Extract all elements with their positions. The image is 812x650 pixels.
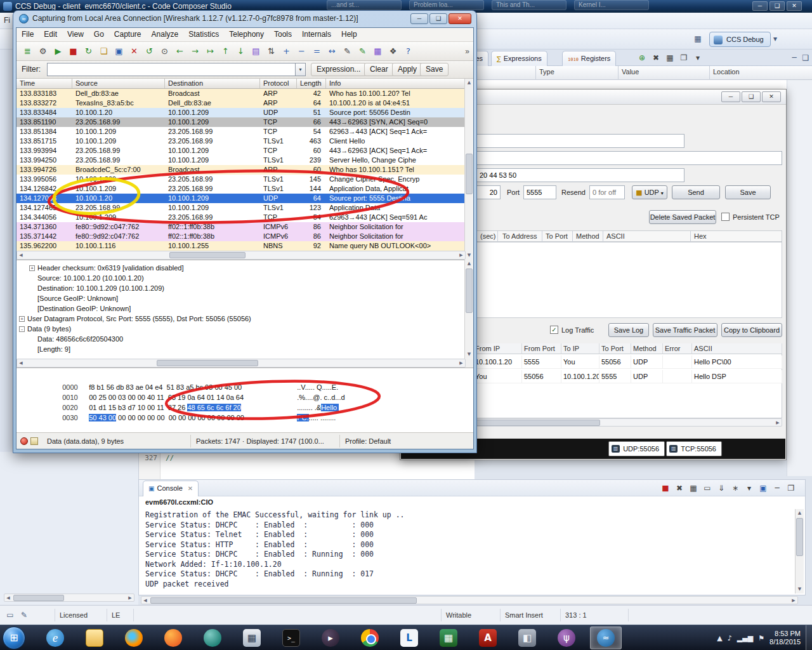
packet-row[interactable]: 133.993994 23.205.168.99 10.100.1.209 TC… <box>16 146 466 156</box>
menu-item[interactable]: Internals <box>297 28 336 41</box>
taskbar-ccs[interactable]: ◧ <box>511 627 543 649</box>
wireshark-titlebar[interactable]: ≈ Capturing from Local Area Connection [… <box>13 11 476 27</box>
packet-row[interactable]: 133.851715 10.100.1.209 23.205.168.99 TL… <box>16 136 466 146</box>
filter-save-button[interactable]: Save <box>420 63 449 76</box>
go-to-packet-icon[interactable]: ↦ <box>203 44 218 58</box>
taskbar-firefox[interactable] <box>118 627 150 649</box>
save-button[interactable]: Save <box>725 185 771 199</box>
menu-item[interactable]: Statistics <box>183 28 224 41</box>
taskbar-adobe[interactable]: A <box>472 627 504 649</box>
taskbar-clock[interactable]: 8:53 PM 8/18/2015 <box>769 630 803 646</box>
console-hscrollbar[interactable]: ◀▶ <box>141 596 798 604</box>
column-sec[interactable]: (sec) <box>480 232 495 240</box>
expert-info-icon[interactable] <box>20 437 28 445</box>
clear-button[interactable]: Clear <box>364 63 394 76</box>
status-icon-1[interactable]: ▭ <box>4 609 16 621</box>
expander-icon[interactable]: - <box>19 326 25 332</box>
console-vscrollbar[interactable]: ▲▼ <box>795 509 804 594</box>
log-column[interactable]: From Port <box>522 343 561 354</box>
remove-expression-icon[interactable]: ✖ <box>650 51 662 64</box>
packet-row[interactable]: 134.344056 10.100.1.209 23.205.168.99 TC… <box>16 213 466 222</box>
column-destination[interactable]: Destination <box>165 79 260 88</box>
maximize-panel-icon[interactable]: ❐ <box>785 482 797 494</box>
ccs-restore-button[interactable]: ❑ <box>769 1 785 11</box>
copy-to-clipboard-button[interactable]: Copy to Clipboard <box>721 323 782 337</box>
taskbar-cmd[interactable]: >_ <box>275 627 307 649</box>
log-column[interactable]: ASCII <box>692 343 782 354</box>
ps-close-button[interactable]: ✕ <box>762 91 781 102</box>
toolbar-overflow-icon[interactable]: » <box>465 47 469 56</box>
ws-close-button[interactable]: ✕ <box>449 13 471 24</box>
column-value[interactable]: Value <box>622 68 639 76</box>
ccs-menu-file-partial[interactable]: Fi <box>4 16 10 25</box>
menu-item[interactable]: View <box>62 28 89 41</box>
packet-row[interactable]: 134.127063 10.100.1.20 10.100.1.209 UDP … <box>16 194 466 203</box>
packet-row[interactable]: 134.371360 fe80::9d92:c047:762 ff02::1:f… <box>16 222 466 232</box>
packet-row[interactable]: 133.833272 TexasIns_83:a5:bc Dell_db:83:… <box>16 98 466 108</box>
ps-port-field[interactable] <box>523 185 556 199</box>
taskbar-wireshark[interactable]: ≈ <box>590 627 622 649</box>
taskbar-app-teal[interactable] <box>197 627 228 649</box>
detail-hscrollbar[interactable]: ◀▶ <box>16 359 466 368</box>
help-icon[interactable]: ? <box>401 44 416 58</box>
clear-console-icon[interactable]: ▭ <box>701 482 714 494</box>
delete-saved-packet-button[interactable]: Delete Saved Packet <box>649 210 716 224</box>
packet-list-vscrollbar[interactable]: ▲▼ <box>464 79 473 260</box>
persistent-tcp-checkbox[interactable] <box>721 213 730 221</box>
udp-listener-button[interactable]: ▥UDP:55056 <box>608 441 665 456</box>
start-capture-icon[interactable]: ▶ <box>51 44 65 58</box>
packet-row[interactable]: 133.833484 10.100.1.20 10.100.1.209 UDP … <box>16 108 466 117</box>
find-packet-icon[interactable]: ⊙ <box>157 44 172 58</box>
autoscroll-icon[interactable]: ⇅ <box>264 44 278 58</box>
tab-expressions[interactable]: ∑Expressions <box>491 51 547 66</box>
detail-row[interactable]: [Length: 9] <box>16 344 466 354</box>
action-center-icon[interactable]: ⚑ <box>758 634 764 642</box>
column-info[interactable]: Info <box>326 79 466 88</box>
packet-row[interactable]: 134.126842 10.100.1.209 23.205.168.99 TL… <box>16 184 466 194</box>
detail-row[interactable]: [Source GeoIP: Unknown] <box>16 293 466 303</box>
copy-variables-icon[interactable]: ❐ <box>678 51 690 64</box>
tcp-listener-button[interactable]: ▥TCP:55056 <box>666 441 722 456</box>
send-button[interactable]: Send <box>672 185 720 199</box>
status-icon-2[interactable]: ✎ <box>18 609 30 621</box>
expander-icon[interactable]: + <box>29 265 35 271</box>
column-hex[interactable]: Hex <box>694 232 707 240</box>
ps-maximize-button[interactable]: ❑ <box>742 91 761 102</box>
packet-row[interactable]: 134.127465 23.205.168.99 10.100.1.209 TL… <box>16 203 466 213</box>
capture-filters-icon[interactable]: ✎ <box>340 44 355 58</box>
list-interfaces-icon[interactable]: ≣ <box>20 44 35 58</box>
expander-icon[interactable]: + <box>19 316 25 322</box>
perspective-menu-icon[interactable]: ▾ <box>769 32 782 45</box>
expression-button[interactable]: Expression... <box>311 63 366 76</box>
column-source[interactable]: Source <box>72 79 165 88</box>
go-forward-icon[interactable]: → <box>188 44 202 58</box>
detail-row[interactable]: Destination: 10.100.1.209 (10.100.1.209) <box>16 283 466 293</box>
show-hidden-icons[interactable]: ▲ <box>717 634 722 642</box>
log-column[interactable]: Error <box>663 343 692 354</box>
ps-hex-field[interactable] <box>476 168 684 182</box>
reload-icon[interactable]: ↺ <box>142 44 157 58</box>
ps-name-field[interactable] <box>476 134 684 148</box>
hex-row[interactable]: 0000f8 b1 56 db 83 ae 04 e4 51 83 a5 bc … <box>20 372 474 382</box>
close-capture-icon[interactable]: ✕ <box>127 44 141 58</box>
view-maximize-icon[interactable]: ❑ <box>799 51 812 64</box>
show-desktop-button[interactable] <box>806 625 812 650</box>
column-method[interactable]: Method <box>576 232 599 240</box>
network-icon[interactable]: ▂▄▆ <box>737 634 753 642</box>
stop-capture-icon[interactable]: ■ <box>66 44 81 58</box>
detail-row[interactable]: Source: 10.100.1.20 (10.100.1.20) <box>16 273 466 283</box>
taskbar-explorer[interactable] <box>79 627 110 649</box>
profile-status[interactable]: Profile: Default <box>340 435 396 448</box>
remove-all-launches-icon[interactable]: ▦ <box>687 482 700 494</box>
colorize-icon[interactable]: ▤ <box>249 44 263 58</box>
traffic-log-row-2[interactable]: You5505610.100.1.205555UDPHello DSP <box>473 370 782 383</box>
volume-icon[interactable]: ♪ <box>728 634 732 642</box>
column-protocol[interactable]: Protocol <box>260 79 297 88</box>
ws-minimize-button[interactable]: ─ <box>410 13 428 24</box>
menu-item[interactable]: Telephony <box>224 28 269 41</box>
taskbar-wifi[interactable]: ψ <box>551 627 582 649</box>
packet-row[interactable]: 133.994250 23.205.168.99 10.100.1.209 TL… <box>16 156 466 165</box>
menu-item[interactable]: Edit <box>39 28 62 41</box>
save-capture-icon[interactable]: ▣ <box>112 44 126 58</box>
tab-registers[interactable]: 1010Registers <box>562 51 616 66</box>
